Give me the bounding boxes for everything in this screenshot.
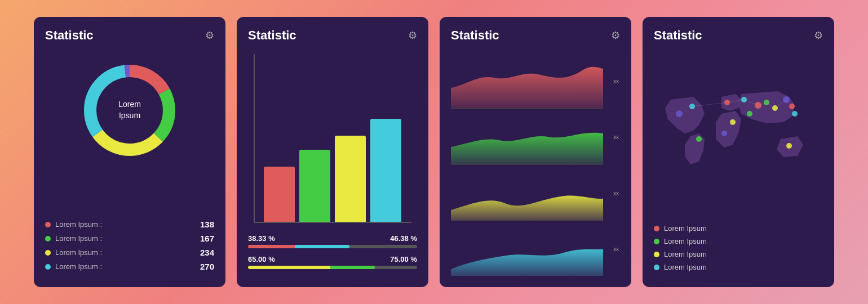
donut-container: LoremIpsum [45, 60, 214, 161]
bar-2 [335, 136, 366, 223]
map-legend-dot-2 [654, 252, 659, 257]
map-legend-item-3: Lorem Ipsum [654, 263, 823, 271]
legend-dot-3 [45, 264, 51, 270]
bar-chart [248, 54, 417, 229]
legend-label-0: Lorem Ipsum : [55, 220, 102, 229]
legend-value-1: 167 [200, 234, 214, 243]
area-svg-1 [451, 110, 603, 164]
card-title-2: Statistic [248, 28, 296, 43]
map-legend-item-2: Lorem Ipsum [654, 250, 823, 258]
area-charts-container: xx xx [451, 54, 620, 276]
bar-0 [264, 167, 295, 223]
progress-row-0: 38.33 % 46.38 % [248, 234, 417, 243]
donut-center-label: LoremIpsum [118, 99, 141, 121]
map-legend: Lorem Ipsum Lorem Ipsum Lorem Ipsum Lore… [654, 224, 823, 276]
y-label-2: xx [613, 190, 619, 196]
card-donut: Statistic ⚙ LoremIpsum Lorem Ipsum : [34, 17, 225, 287]
y-label-3: xx [613, 245, 619, 252]
gear-icon-1[interactable]: ⚙ [205, 29, 214, 42]
map-legend-dot-1 [654, 239, 659, 244]
progress-fill-1 [248, 266, 375, 269]
gear-icon-3[interactable]: ⚙ [611, 29, 620, 42]
world-map-area [654, 54, 823, 224]
card-header-2: Statistic ⚙ [248, 28, 417, 43]
map-legend-label-1: Lorem Ipsum [664, 237, 707, 245]
map-legend-item-0: Lorem Ipsum [654, 224, 823, 233]
svg-point-18 [786, 143, 792, 149]
legend-item-2: Lorem Ipsum : 234 [45, 248, 214, 257]
card-area: Statistic ⚙ xx [440, 17, 631, 287]
area-svg-3 [451, 222, 603, 276]
card-bar: Statistic ⚙ 38.33 % 46.38 % 65.00 % 75.0… [237, 17, 428, 287]
area-section-0: xx [451, 54, 603, 109]
card-map: Statistic ⚙ [643, 17, 834, 287]
svg-point-17 [792, 111, 798, 117]
progress-label-0b: 46.38 % [390, 234, 417, 243]
legend-label-2: Lorem Ipsum : [55, 248, 102, 257]
svg-point-6 [676, 110, 683, 117]
card-title-4: Statistic [654, 28, 702, 43]
y-label-0: xx [613, 78, 619, 84]
card-title-3: Statistic [451, 28, 499, 43]
card-header-4: Statistic ⚙ [654, 28, 823, 43]
progress-fill-0 [248, 245, 349, 248]
legend-dot-2 [45, 250, 51, 256]
legend-label-1: Lorem Ipsum : [55, 234, 102, 243]
map-legend-label-0: Lorem Ipsum [664, 224, 707, 233]
map-legend-dot-3 [654, 265, 659, 270]
legend-item-0: Lorem Ipsum : 138 [45, 220, 214, 229]
legend-item-3: Lorem Ipsum : 270 [45, 262, 214, 271]
card-header-1: Statistic ⚙ [45, 28, 214, 43]
area-section-1: xx [451, 110, 603, 164]
area-section-2: xx [451, 166, 603, 221]
map-legend-label-2: Lorem Ipsum [664, 250, 707, 258]
gear-icon-2[interactable]: ⚙ [408, 29, 417, 42]
y-label-1: xx [613, 134, 619, 140]
legend-value-3: 270 [200, 262, 214, 271]
progress-row-1: 65.00 % 75.00 % [248, 255, 417, 263]
legend-label-3: Lorem Ipsum : [55, 262, 102, 271]
svg-point-19 [747, 111, 752, 117]
world-map-svg [654, 83, 823, 195]
progress-bar-bg-1 [248, 266, 417, 269]
svg-point-8 [696, 136, 702, 142]
legend-dot-0 [45, 222, 51, 227]
legend-value-0: 138 [200, 220, 214, 229]
bar-3 [370, 119, 401, 223]
card-header-3: Statistic ⚙ [451, 28, 620, 43]
legend-dot-1 [45, 236, 51, 242]
legend-item-1: Lorem Ipsum : 167 [45, 234, 214, 243]
progress-section: 38.33 % 46.38 % 65.00 % 75.00 % [248, 234, 417, 276]
map-legend-item-1: Lorem Ipsum [654, 237, 823, 245]
map-legend-dot-0 [654, 226, 659, 231]
bar-1 [299, 150, 330, 223]
progress-label-1a: 65.00 % [248, 255, 275, 263]
legend-value-2: 234 [200, 248, 214, 257]
map-legend-label-3: Lorem Ipsum [664, 263, 707, 271]
svg-point-10 [730, 119, 736, 125]
progress-label-0a: 38.33 % [248, 234, 275, 243]
area-svg-2 [451, 166, 603, 220]
area-svg-0 [451, 54, 603, 108]
gear-icon-4[interactable]: ⚙ [814, 29, 823, 42]
card-title-1: Statistic [45, 28, 94, 43]
progress-bar-bg-0 [248, 245, 417, 248]
progress-label-1b: 75.00 % [390, 255, 417, 263]
donut-legend: Lorem Ipsum : 138 Lorem Ipsum : 167 Lore… [45, 214, 214, 276]
svg-point-20 [721, 131, 727, 136]
area-section-3: xx [451, 222, 603, 276]
